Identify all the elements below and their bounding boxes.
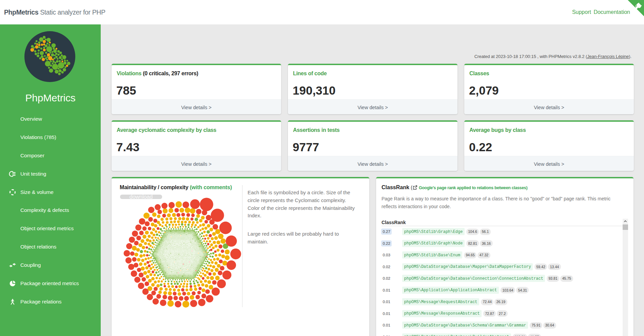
card-title: Lines of code [293,70,327,77]
scrollbar-up-button[interactable] [623,219,628,224]
top-header: PhpMetrics Static analyzer for PHP Suppo… [0,0,644,24]
sidebar-item-label: Overview [20,116,42,122]
classrank-doc-link[interactable]: Google's page rank applied to relations … [419,185,527,190]
metric-badge: 13.44 [548,264,561,270]
report-meta: Created at 2023-10-18 17:00:15 , with PH… [474,54,631,59]
classrank-table-header: ClassRank [382,220,623,226]
sidebar-item-coupling[interactable]: Coupling [0,256,101,274]
sidebar-item-label: Composer [20,153,44,159]
view-details-link[interactable]: View details > [112,156,281,171]
classrank-row: 0.01phpOMS\DataStorage\Database\Schema\G… [382,319,623,331]
card-title-main: Classes [469,71,489,76]
sidebar-item-complexity-defects[interactable]: Complexity & defects [0,201,101,219]
metric-badge: 45.75 [560,275,573,282]
sidebar-item-label: Coupling [20,262,41,268]
metric-badge: 103.64 [501,287,515,294]
metric-badge: 82.81 [466,240,479,247]
classrank-row: 0.27phpOMS\Stdlib\Graph\Edge104.656.1 [382,226,623,238]
classrank-badges: 94.6547.32 [463,252,490,259]
card-violations: Violations (0 criticals, 297 errors) 785… [112,64,281,114]
external-link-icon [413,185,417,190]
sidebar-item-size-volume[interactable]: Size & volume [0,183,101,201]
card-value: 190,310 [293,84,336,96]
app-title-subtitle: Static analyzer for PHP [40,8,105,16]
github-corner-ribbon[interactable] [628,0,644,18]
classrank-class-name: phpOMS\Message\RequestAbstract [402,298,479,305]
sidebar-item-object-relations[interactable]: Object relations [0,238,101,256]
sidebar-item-object-oriented-metrics[interactable]: Object oriented metrics [0,219,101,238]
classrank-rank-value: 0.22 [381,240,392,246]
card-value: 2,079 [469,84,499,96]
documentation-link[interactable]: Documentation [593,9,630,15]
view-details-link[interactable]: View details > [464,156,634,171]
metric-badge: 75.91 [530,322,542,329]
classrank-rank-value: 0.01 [381,287,392,293]
sidebar: PhpMetrics OverviewViolations (785)Compo… [0,24,101,336]
bubble-cluster-logo-icon [24,31,75,82]
header-links: Support Documentation [571,9,630,15]
sidebar-item-overview[interactable]: Overview [0,110,101,128]
classrank-rank-value: 0.02 [381,264,392,270]
sidebar-item-composer[interactable]: Composer [0,146,101,165]
classrank-class-name: phpOMS\Application\ApplicationAbstract [402,286,499,294]
opposing-arrows-icon [9,261,16,269]
scrollbar-thumb[interactable] [623,224,628,230]
metric-badge: 94.65 [464,252,476,258]
classrank-badges: 110.6141.57 [512,334,541,336]
card-title: Average cyclomatic complexity by class [117,127,216,134]
sidebar-item-label: Size & volume [20,189,54,195]
classrank-class-name: phpOMS\Stdlib\Base\Enum [402,252,462,259]
classrank-title-text: ClassRank [382,184,409,190]
card-title-main: Violations [117,71,141,76]
card-title-main: Average bugs by class [469,127,526,133]
metric-badge: 72.44 [481,299,493,305]
sidebar-item-unit-testing[interactable]: Unit testing [0,165,101,183]
card-value: 0.22 [469,141,492,153]
metric-badge: 56.1 [480,229,490,235]
sidebar-item-package-relations[interactable]: Package relations [0,293,101,311]
metric-badge: 27.2 [497,311,507,317]
sidebar-item-label: Package relations [20,299,62,305]
classrank-card: ClassRank (Google's page rank applied to… [376,177,633,336]
maintainability-card: Maintainability / complexity (with comme… [112,177,369,336]
card-value: 9777 [293,141,319,153]
card-lines-of-code: Lines of code 190,310 View details > [288,64,457,114]
support-link[interactable]: Support [572,9,591,15]
classrank-row: 0.22phpOMS\Stdlib\Graph\Node82.8136.16 [382,238,623,250]
sidebar-item-package-oriented-metrics[interactable]: Package oriented metrics [0,274,101,293]
view-details-link[interactable]: View details > [288,156,457,171]
card-title-suffix: (0 criticals, 297 errors) [141,71,198,76]
vertical-divider [242,185,242,307]
view-details-link[interactable]: View details > [112,99,281,114]
maintainability-paragraph-1: Each file is symbolized by a circle. Siz… [248,189,357,220]
classrank-class-name: phpOMS\DataStorage\Database\Schema\Gramm… [402,322,528,329]
card-title-main: Assertions in tests [293,127,339,133]
metric-badge: 30.64 [543,322,556,329]
card-title-main: Lines of code [293,71,327,76]
card-title: Average bugs by class [469,127,526,134]
author-link[interactable]: Jean-François Lépine [587,54,629,59]
sidebar-item-label: Object relations [20,244,56,250]
card-average-bugs: Average bugs by class 0.22 View details … [464,120,634,171]
classrank-table: 0.27phpOMS\Stdlib\Graph\Edge104.656.10.2… [382,226,623,336]
classrank-description: Page Rank is a way to measure the import… [382,195,619,210]
report-meta-suffix: ). [629,54,631,59]
metric-badge: 104.6 [466,229,479,235]
classrank-scrollbar[interactable] [623,219,628,336]
metric-badge: 47.32 [477,252,490,258]
metric-badge: 41.57 [528,334,541,336]
card-cyclomatic-complexity: Average cyclomatic complexity by class 7… [112,120,281,171]
figure-arrows-icon [9,298,16,305]
view-details-link[interactable]: View details > [464,99,634,114]
metric-badge: 36.16 [480,240,492,247]
sidebar-item-label: Object oriented metrics [20,225,74,232]
classrank-rank-value: 0.03 [381,252,392,258]
classrank-class-name: phpOMS\DataStorage\Database\BuilderAbstr… [402,333,511,336]
classrank-class-name: phpOMS\DataStorage\Database\Connection\C… [402,275,545,282]
classrank-badges: 104.656.1 [465,229,491,235]
view-details-link[interactable]: View details > [288,99,457,114]
sidebar-item-violations-785[interactable]: Violations (785) [0,128,101,146]
classrank-row: 0.02phpOMS\DataStorage\Database\Connecti… [382,273,623,284]
card-assertions: Assertions in tests 9777 View details > [288,120,457,171]
card-title: Classes [469,70,489,77]
